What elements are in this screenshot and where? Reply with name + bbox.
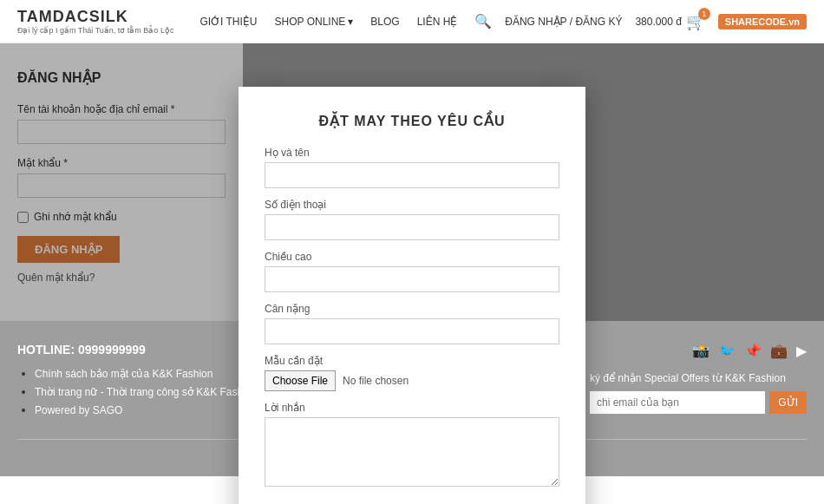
cart-price: 380.000 đ — [635, 16, 681, 28]
height-label: Chiều cao — [265, 251, 559, 263]
newsletter-text: ký để nhận Special Offers từ K&K Fashion — [590, 372, 807, 384]
full-name-label: Họ và tên — [265, 147, 559, 159]
phone-label: Số điện thoại — [265, 199, 559, 211]
header: TAMDACSILK Đại lý cấp I gấm Thái Tuấn, t… — [0, 0, 824, 43]
file-label: Mẫu cần đặt — [265, 355, 559, 367]
pinterest-icon[interactable]: 📌 — [744, 343, 762, 359]
full-name-input[interactable] — [265, 162, 559, 188]
logo: TAMDACSILK Đại lý cấp I gấm Thái Tuấn, t… — [17, 8, 173, 35]
nav-item-shop-online[interactable]: SHOP ONLINE ▾ — [275, 16, 354, 28]
social-icons: 📸 🐦 📌 💼 ▶ — [590, 343, 807, 359]
message-textarea[interactable] — [265, 417, 559, 487]
twitter-icon[interactable]: 🐦 — [718, 343, 736, 359]
cart-badge: 1 — [698, 8, 710, 20]
logo-text: TAMDACSILK — [17, 8, 173, 26]
modal-title: ĐẶT MAY THEO YÊU CẦU — [265, 113, 559, 129]
file-group: Mẫu cần đặt Choose File No file chosen — [265, 355, 559, 391]
file-choose-button[interactable]: Choose File — [265, 370, 336, 391]
height-group: Chiều cao — [265, 251, 559, 292]
message-label: Lời nhắn — [265, 402, 559, 414]
cart-icon[interactable]: 🛒 1 — [686, 12, 705, 31]
message-group: Lời nhắn — [265, 402, 559, 489]
weight-label: Cân nặng — [265, 303, 559, 315]
footer-right: 📸 🐦 📌 💼 ▶ ký để nhận Special Offers từ K… — [590, 343, 807, 422]
weight-input[interactable] — [265, 318, 559, 344]
sharecode-badge: SHARECODE.vn — [718, 14, 807, 29]
nav-item-gioi-thieu[interactable]: GIỚI THIỆU — [199, 16, 257, 28]
linkedin-icon[interactable]: 💼 — [770, 343, 788, 359]
login-register-link[interactable]: ĐĂNG NHẬP / ĐĂNG KÝ — [505, 16, 622, 28]
file-input-row: Choose File No file chosen — [265, 370, 559, 391]
chevron-down-icon: ▾ — [348, 16, 353, 28]
full-name-group: Họ và tên — [265, 147, 559, 188]
search-icon[interactable]: 🔍 — [474, 13, 492, 29]
newsletter-email-input[interactable] — [590, 391, 765, 414]
newsletter-submit-button[interactable]: GỬI — [769, 391, 807, 414]
phone-input[interactable] — [265, 214, 559, 240]
instagram-icon[interactable]: 📸 — [692, 343, 710, 359]
newsletter-form: GỬI — [590, 391, 807, 414]
nav-item-blog[interactable]: BLOG — [370, 16, 399, 28]
youtube-icon[interactable]: ▶ — [796, 343, 807, 359]
phone-group: Số điện thoại — [265, 199, 559, 240]
main-area: ĐĂNG NHẬP Tên tài khoản hoặc địa chỉ ema… — [0, 43, 824, 321]
cart-area: 380.000 đ 🛒 1 — [635, 12, 704, 31]
main-nav: GIỚI THIỆU SHOP ONLINE ▾ BLOG LIÊN HỆ — [199, 16, 474, 28]
nav-item-lien-he[interactable]: LIÊN HỆ — [417, 16, 458, 28]
weight-group: Cân nặng — [265, 303, 559, 344]
custom-order-modal: ĐẶT MAY THEO YÊU CẦU Họ và tên Số điện t… — [239, 87, 585, 504]
logo-sub: Đại lý cấp I gấm Thái Tuấn, tơ tằm Bảo L… — [17, 26, 173, 35]
header-right: 🔍 ĐĂNG NHẬP / ĐĂNG KÝ 380.000 đ 🛒 1 SHAR… — [474, 12, 807, 31]
file-no-chosen-text: No file chosen — [343, 375, 409, 387]
height-input[interactable] — [265, 266, 559, 292]
